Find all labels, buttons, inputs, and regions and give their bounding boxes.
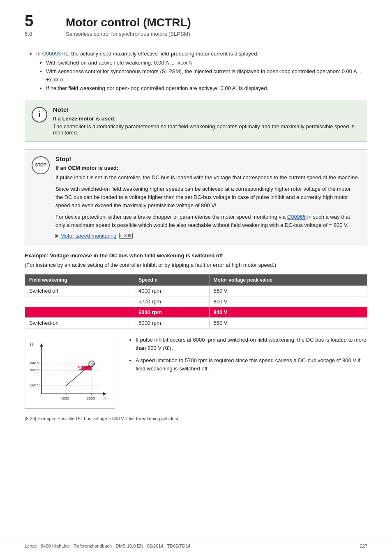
intro-bullets: In C000937/1, the actually used maximall… (25, 50, 367, 92)
svg-text:n: n (104, 396, 106, 400)
table-cell-field: Switched off (25, 285, 134, 296)
chapter-title: Motor control (MCTRL) (66, 16, 191, 29)
note-box: i Note! If a Lenze motor is used: The co… (25, 100, 367, 142)
th-speed: Speed n (134, 274, 209, 285)
example-title: Example: Voltage increase in the DC bus … (25, 252, 367, 259)
stop-para-2: Since with switched-on field weakening h… (55, 185, 360, 210)
side-bullet-1: If pulse inhibit occurs at 6000 rpm and … (136, 336, 367, 352)
svg-text:6000: 6000 (87, 396, 95, 400)
note-content: Note! If a Lenze motor is used: The cont… (53, 106, 360, 136)
table-cell-field (25, 307, 134, 317)
footer-left: Lenze · 8400 HighLine · Referenzhandbuch… (25, 543, 190, 548)
table-cell-speed: 6000 rpm (134, 317, 209, 328)
page-ref-badge: □ 306 (119, 233, 133, 239)
table-cell-speed: 6000 rpm (134, 307, 209, 317)
triangle-icon (55, 234, 59, 238)
sub-title: Sensorless control for synchronous motor… (66, 31, 190, 37)
svg-text:800 V: 800 V (30, 368, 40, 372)
stop-para-3: For device protection, either use a brak… (55, 213, 360, 229)
divider (25, 43, 367, 43)
table-cell-speed: 4000 rpm (134, 285, 209, 296)
side-bullets: If pulse inhibit occurs at 6000 rpm and … (127, 336, 367, 377)
table-cell-field (25, 296, 134, 307)
table-cell-voltage: 560 V (209, 285, 367, 296)
stop-subtitle: If an OEM motor is used: (55, 165, 360, 171)
svg-text:560 V: 560 V (30, 383, 40, 387)
chart-svg: U↑ 840 V 800 V 560 V 4000 6000 n (29, 340, 107, 404)
motor-speed-monitoring-link[interactable]: Motor speed monitoring (60, 233, 117, 239)
svg-text:840 V: 840 V (30, 361, 40, 365)
note-body: The controller is automatically paramete… (53, 123, 360, 136)
table-row: Switched-on6000 rpm560 V (25, 317, 367, 328)
chapter-number: 5 (25, 12, 49, 30)
svg-text:4000: 4000 (61, 396, 69, 400)
chart-container: U↑ 840 V 800 V 560 V 4000 6000 n (25, 336, 115, 409)
note-subtitle: If a Lenze motor is used: (53, 116, 360, 122)
sub-bullet-2: With sensorless control for synchronous … (46, 67, 367, 83)
side-bullet-2: A speed limitation to 5700 rpm is requir… (136, 356, 367, 373)
note-title: Note! (53, 106, 360, 113)
intro-bullet-1: In C000937/1, the actually used maximall… (36, 50, 367, 92)
svg-text:U↑: U↑ (30, 342, 35, 347)
header-section: 5 Motor control (MCTRL) 5.8 Sensorless c… (25, 12, 367, 37)
table-header-row: Field weakening Speed n Motor voltage pe… (25, 274, 367, 285)
table-cell-voltage: 800 V (209, 296, 367, 307)
field-weakening-table: Field weakening Speed n Motor voltage pe… (25, 274, 367, 328)
sub-number: 5.8 (25, 31, 49, 37)
chart-bullets-section: U↑ 840 V 800 V 560 V 4000 6000 n (25, 336, 367, 409)
sub-line: 5.8 Sensorless control for synchronous m… (25, 31, 367, 37)
table-row: 5700 rpm800 V (25, 296, 367, 307)
page-footer: Lenze · 8400 HighLine · Referenzhandbuch… (0, 541, 392, 548)
table-cell-voltage: 560 V (209, 317, 367, 328)
note-icon: i (32, 107, 47, 123)
th-motor-voltage: Motor voltage peak value (209, 274, 367, 285)
sub-bullets: With switched-on and active field weaken… (36, 59, 367, 92)
stop-icon: STOP (32, 156, 50, 174)
table-cell-field: Switched-on (25, 317, 134, 328)
th-field-weakening: Field weakening (25, 274, 134, 285)
table-row: Switched off4000 rpm560 V (25, 285, 367, 296)
c00965-link[interactable]: C00965 (287, 214, 306, 220)
stop-content: Stop! If an OEM motor is used: If pulse … (55, 155, 360, 239)
table-cell-speed: 5700 rpm (134, 296, 209, 307)
sub-bullet-1: With switched-on and active field weaken… (46, 59, 367, 67)
actually-used-text: actually used (80, 51, 111, 57)
c000937-link[interactable]: C000937/1 (42, 51, 68, 57)
stop-title: Stop! (55, 155, 360, 162)
svg-marker-2 (40, 343, 43, 347)
footer-page-number: 227 (360, 543, 367, 548)
figure-caption: [5-20] Example: Possible DC-bus voltage … (25, 416, 367, 421)
stop-box: STOP Stop! If an OEM motor is used: If p… (25, 149, 367, 245)
chapter-line: 5 Motor control (MCTRL) (25, 12, 367, 30)
table-cell-voltage: 840 V (209, 307, 367, 317)
table-row: 6000 rpm840 V (25, 307, 367, 317)
svg-text:> 800 V: > 800 V (78, 365, 90, 369)
svg-marker-3 (103, 392, 106, 395)
sub-bullet-3: If neither field weakening nor open-loop… (46, 84, 367, 92)
stop-para-1: If pulse inhibit is set in the controlle… (55, 173, 360, 182)
svg-text:①: ① (90, 362, 94, 366)
page: 5 Motor control (MCTRL) 5.8 Sensorless c… (0, 0, 392, 555)
example-desc: (For instance by an active setting of th… (25, 261, 367, 269)
side-bullets-list: If pulse inhibit occurs at 6000 rpm and … (127, 336, 367, 373)
motor-speed-link-container: Motor speed monitoring □ 306 (55, 233, 360, 239)
